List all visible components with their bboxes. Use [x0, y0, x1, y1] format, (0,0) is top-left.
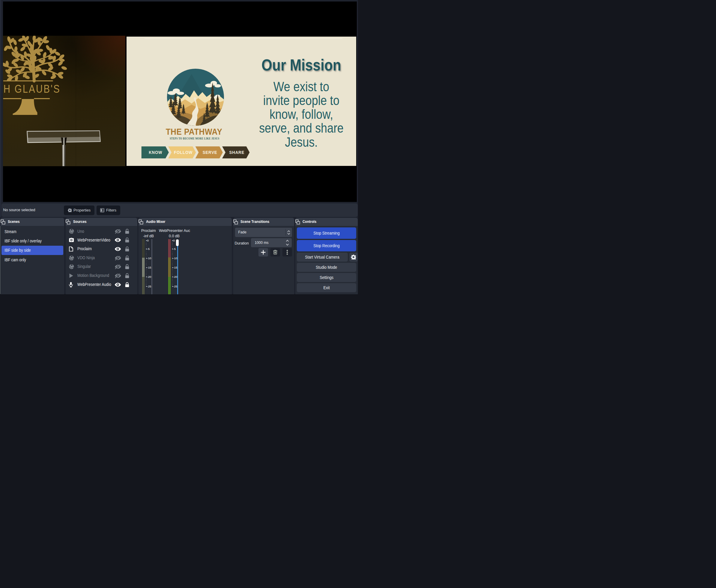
svg-text:FOLLOW: FOLLOW: [174, 150, 193, 155]
svg-text:SHARE: SHARE: [229, 150, 244, 155]
svg-text:STEPS TO BECOME MORE LIKE JESU: STEPS TO BECOME MORE LIKE JESUS: [169, 137, 219, 140]
svg-text:SERVE: SERVE: [202, 150, 217, 155]
svg-text:KNOW: KNOW: [149, 150, 162, 155]
svg-text:H GLAUB'S: H GLAUB'S: [3, 83, 60, 95]
svg-text:THE PATHWAY: THE PATHWAY: [166, 127, 222, 137]
